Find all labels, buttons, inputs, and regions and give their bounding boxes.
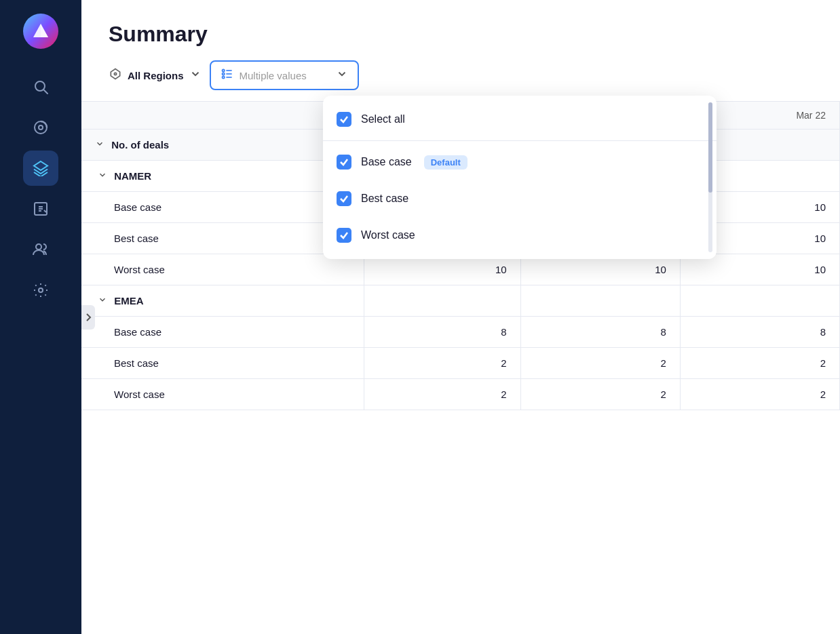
table-row: Best case 2 2 2 — [81, 348, 840, 379]
checkbox-best-case[interactable] — [337, 191, 351, 206]
checkbox-select-all[interactable] — [337, 112, 351, 127]
group-chevron-emea-icon[interactable] — [98, 295, 107, 304]
app-logo[interactable] — [23, 14, 58, 49]
emea-val-feb — [520, 285, 680, 317]
multiselect-icon — [221, 67, 234, 83]
namer-best-label: Best case — [81, 223, 364, 254]
group-chevron-icon[interactable] — [98, 170, 107, 180]
section-chevron-icon[interactable] — [95, 139, 104, 148]
emea-base-feb: 8 — [520, 317, 680, 348]
svg-point-0 — [35, 81, 45, 91]
svg-point-7 — [39, 288, 43, 292]
region-filter[interactable]: All Regions — [109, 67, 202, 83]
dropdown-option-worst-case[interactable]: Worst case — [323, 217, 717, 254]
sidebar-item-search[interactable] — [23, 69, 58, 104]
scrollbar-track — [708, 102, 712, 252]
table-row: Worst case 2 2 2 — [81, 379, 840, 410]
page-title: Summary — [109, 22, 813, 47]
svg-marker-4 — [34, 161, 47, 170]
namer-base-label: Base case — [81, 192, 364, 223]
default-badge: Default — [424, 155, 467, 170]
sidebar-item-users[interactable] — [23, 232, 58, 267]
sidebar-item-reports[interactable] — [23, 191, 58, 226]
group-row-emea: EMEA — [81, 285, 840, 317]
multiselect-dropdown-button[interactable]: Multiple values — [210, 60, 359, 90]
svg-point-6 — [36, 244, 41, 250]
section-label-no-of-deals: No. of deals — [81, 130, 364, 161]
dropdown-label-best-case: Best case — [361, 193, 408, 205]
dropdown-option-select-all[interactable]: Select all — [323, 101, 717, 138]
emea-worst-mar: 2 — [680, 379, 839, 410]
tag-icon — [109, 67, 122, 83]
sidebar-item-analytics[interactable] — [23, 110, 58, 145]
toolbar: All Regions Multiple values — [81, 60, 840, 101]
emea-best-mar: 2 — [680, 348, 839, 379]
col-header-label — [81, 102, 364, 130]
dropdown-label-base-case: Base case — [361, 156, 412, 168]
dropdown-divider — [323, 140, 717, 141]
namer-worst-label: Worst case — [81, 254, 364, 285]
dropdown-option-best-case[interactable]: Best case — [323, 180, 717, 217]
emea-val-jan — [364, 285, 520, 317]
dropdown-label-select-all: Select all — [361, 113, 405, 125]
dropdown-label-worst-case: Worst case — [361, 229, 415, 241]
dropdown-option-base-case[interactable]: Base case Default — [323, 144, 717, 180]
sidebar-item-settings[interactable] — [23, 273, 58, 308]
checkbox-base-case[interactable] — [337, 155, 351, 170]
emea-base-mar: 8 — [680, 317, 839, 348]
sidebar — [0, 0, 81, 634]
emea-base-label: Base case — [81, 317, 364, 348]
sidebar-nav — [0, 69, 81, 308]
emea-best-jan: 2 — [364, 348, 520, 379]
emea-best-feb: 2 — [520, 348, 680, 379]
svg-point-11 — [222, 76, 224, 78]
sidebar-collapse-button[interactable] — [81, 305, 95, 330]
group-label-namer: NAMER — [81, 161, 364, 192]
checkbox-worst-case[interactable] — [337, 228, 351, 243]
region-chevron-icon — [189, 68, 202, 83]
emea-worst-label: Worst case — [81, 379, 364, 410]
emea-val-mar — [680, 285, 839, 317]
group-label-emea: EMEA — [81, 285, 364, 317]
multiselect-chevron-icon — [336, 68, 348, 83]
sidebar-item-layers[interactable] — [23, 151, 58, 186]
main-content: Summary All Regions — [81, 0, 840, 634]
multiselect-placeholder: Multiple values — [240, 70, 330, 81]
svg-point-3 — [39, 125, 43, 130]
svg-line-1 — [44, 90, 47, 94]
page-header: Summary — [81, 0, 840, 60]
emea-base-jan: 8 — [364, 317, 520, 348]
emea-worst-feb: 2 — [520, 379, 680, 410]
table-row: Base case 8 8 8 — [81, 317, 840, 348]
emea-best-label: Best case — [81, 348, 364, 379]
region-label: All Regions — [128, 70, 184, 81]
scenario-dropdown: Select all Base case Default Best c — [323, 96, 717, 259]
svg-point-9 — [222, 69, 224, 71]
scrollbar-thumb[interactable] — [708, 102, 712, 193]
svg-point-10 — [222, 73, 224, 75]
svg-point-8 — [114, 73, 116, 75]
emea-worst-jan: 2 — [364, 379, 520, 410]
